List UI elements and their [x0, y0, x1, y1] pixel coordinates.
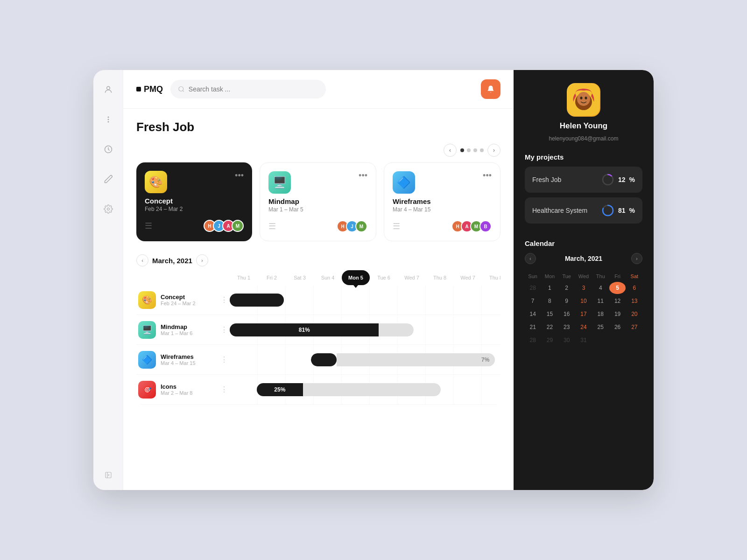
- cal-day-13[interactable]: 13: [627, 295, 642, 307]
- logo-text: PMQ: [144, 84, 163, 94]
- cal-day-8[interactable]: 8: [542, 295, 557, 307]
- cal-day-26[interactable]: 26: [609, 321, 625, 333]
- project-item-freshjob[interactable]: Fresh Job 12 %: [525, 167, 642, 193]
- profile-avatar: [567, 83, 600, 117]
- card-concept-title: Concept: [145, 197, 183, 205]
- cal-day-28-prev[interactable]: 28: [525, 282, 541, 294]
- wireframes-avatar-4: B: [479, 220, 492, 232]
- card-concept-header: 🎨 Concept Feb 24 – Mar 2 •••: [145, 171, 244, 212]
- card-concept[interactable]: 🎨 Concept Feb 24 – Mar 2 ••• ☰ H J: [136, 162, 252, 241]
- right-sidebar: Helen Young helenyoung084@gmail.com My p…: [514, 70, 654, 490]
- sidebar-item-settings[interactable]: [100, 201, 117, 217]
- card-mindmap[interactable]: 🖥️ Mindmap Mar 1 – Mar 5 ••• ☰ H J: [260, 162, 376, 241]
- nav-dot-3[interactable]: [473, 148, 477, 152]
- card-mindmap-more[interactable]: •••: [359, 171, 367, 180]
- cal-day-27[interactable]: 27: [627, 321, 642, 333]
- cal-day-21[interactable]: 21: [525, 321, 541, 333]
- gantt-next-month[interactable]: ›: [196, 254, 208, 266]
- gantt-prev-month[interactable]: ‹: [136, 254, 148, 266]
- task-more-icons[interactable]: ⋮: [220, 385, 228, 394]
- nav-dot-1[interactable]: [460, 148, 464, 152]
- cal-day-4[interactable]: 4: [592, 282, 608, 294]
- cal-day-5[interactable]: 5: [609, 282, 625, 294]
- my-projects-title: My projects: [525, 153, 642, 161]
- cal-day-16[interactable]: 16: [559, 308, 575, 320]
- gantt-container: 🎨 Concept Feb 24 – Mar 2 ⋮ 🖥️ Mindmap: [136, 270, 500, 405]
- sidebar-item-user[interactable]: [100, 81, 117, 98]
- gantt-bar-concept: [230, 294, 284, 307]
- main-content: Fresh Job ‹ ›: [123, 109, 514, 490]
- cal-day-18[interactable]: 18: [592, 308, 608, 320]
- cal-day-11[interactable]: 11: [592, 295, 608, 307]
- sidebar-item-menu[interactable]: [100, 111, 117, 128]
- avatar-4: M: [232, 220, 244, 232]
- calendar-month-label: March, 2021: [565, 255, 602, 262]
- gantt-header: ‹ March, 2021 ›: [136, 254, 500, 266]
- gantt-task-wireframes[interactable]: 🔷 Wireframes Mar 4 – Mar 15 ⋮: [136, 345, 230, 375]
- card-mindmap-header: 🖥️ Mindmap Mar 1 – Mar 5 •••: [268, 171, 367, 213]
- cal-day-29-last[interactable]: 29: [542, 334, 557, 346]
- ring-svg-healthcare: [601, 204, 614, 217]
- project-item-healthcare[interactable]: Healthcare System 81 %: [525, 197, 642, 224]
- cal-day-30-last[interactable]: 30: [559, 334, 575, 346]
- cal-day-19[interactable]: 19: [609, 308, 625, 320]
- cal-day-24[interactable]: 24: [576, 321, 592, 333]
- col-label-thu8b: Thu 8: [489, 275, 500, 280]
- sidebar-item-clock[interactable]: [100, 141, 117, 158]
- task-more-wireframes[interactable]: ⋮: [220, 355, 228, 364]
- card-wireframes-more[interactable]: •••: [483, 171, 492, 180]
- cal-day-31-last[interactable]: 31: [576, 334, 592, 346]
- card-wireframes[interactable]: 🔷 Wireframes Mar 4 – Mar 15 ••• ☰ H A: [384, 162, 500, 241]
- logo-dot: [136, 87, 141, 91]
- task-more-mindmap[interactable]: ⋮: [220, 325, 228, 334]
- gantt-bar-wireframes-progress: [311, 353, 337, 366]
- cal-day-6[interactable]: 6: [627, 282, 642, 294]
- cal-day-23[interactable]: 23: [559, 321, 575, 333]
- calendar-prev-btn[interactable]: ‹: [525, 253, 536, 264]
- progress-percent-sign-freshjob: %: [629, 176, 635, 183]
- calendar-grid: SunMonTueWedThuFriSat2812345678910111213…: [525, 272, 642, 346]
- gantt-bar-icons-progress: 25%: [257, 383, 303, 396]
- cards-row: 🎨 Concept Feb 24 – Mar 2 ••• ☰ H J: [136, 162, 500, 241]
- gantt-bar-wireframes-wrapper: 7%: [311, 353, 495, 366]
- gantt-task-concept[interactable]: 🎨 Concept Feb 24 – Mar 2 ⋮: [136, 285, 230, 315]
- cal-day-14[interactable]: 14: [525, 308, 541, 320]
- nav-dot-4[interactable]: [480, 148, 484, 152]
- calendar-next-btn[interactable]: ›: [631, 253, 642, 264]
- calendar-title: Calendar: [525, 239, 642, 247]
- cal-day-10[interactable]: 10: [576, 295, 592, 307]
- cards-prev-btn[interactable]: ‹: [444, 144, 457, 157]
- gantt-bar-mindmap-bg: [379, 323, 414, 336]
- gantt-cell: [454, 315, 482, 344]
- gantt-task-icons[interactable]: 🎯 Icons Mar 2 – Mar 8 ⋮: [136, 375, 230, 405]
- cal-day-7[interactable]: 7: [525, 295, 541, 307]
- cal-day-17[interactable]: 17: [576, 308, 592, 320]
- cards-next-btn[interactable]: ›: [487, 144, 500, 157]
- notification-button[interactable]: [481, 79, 500, 99]
- search-input[interactable]: [189, 85, 318, 93]
- card-mindmap-title: Mindmap: [268, 197, 303, 205]
- gantt-task-mindmap[interactable]: 🖥️ Mindmap Mar 1 – Mar 6 ⋮: [136, 315, 230, 345]
- cal-day-22[interactable]: 22: [542, 321, 557, 333]
- progress-ring-healthcare: 81 %: [601, 204, 635, 217]
- card-concept-more[interactable]: •••: [235, 171, 244, 181]
- card-mindmap-icon: 🖥️: [268, 171, 291, 194]
- task-more-concept[interactable]: ⋮: [220, 295, 228, 304]
- nav-dot-2[interactable]: [467, 148, 471, 152]
- gantt-col-thu1: Thu 1: [230, 270, 258, 285]
- cal-day-9[interactable]: 9: [559, 295, 575, 307]
- task-name-icons: Icons: [161, 383, 216, 390]
- sidebar-collapse-btn[interactable]: [105, 471, 112, 479]
- cal-day-3[interactable]: 3: [576, 282, 592, 294]
- gantt-cell: [286, 345, 314, 374]
- cal-day-25[interactable]: 25: [592, 321, 608, 333]
- cal-day-2[interactable]: 2: [559, 282, 575, 294]
- cal-day-1[interactable]: 1: [542, 282, 557, 294]
- cal-day-20[interactable]: 20: [627, 308, 642, 320]
- cal-day-15[interactable]: 15: [542, 308, 557, 320]
- search-bar[interactable]: [170, 80, 326, 98]
- col-label-wed7: Wed 7: [404, 275, 419, 280]
- sidebar-item-pen[interactable]: [100, 171, 117, 188]
- cal-day-12[interactable]: 12: [609, 295, 625, 307]
- cal-day-28-last[interactable]: 28: [525, 334, 541, 346]
